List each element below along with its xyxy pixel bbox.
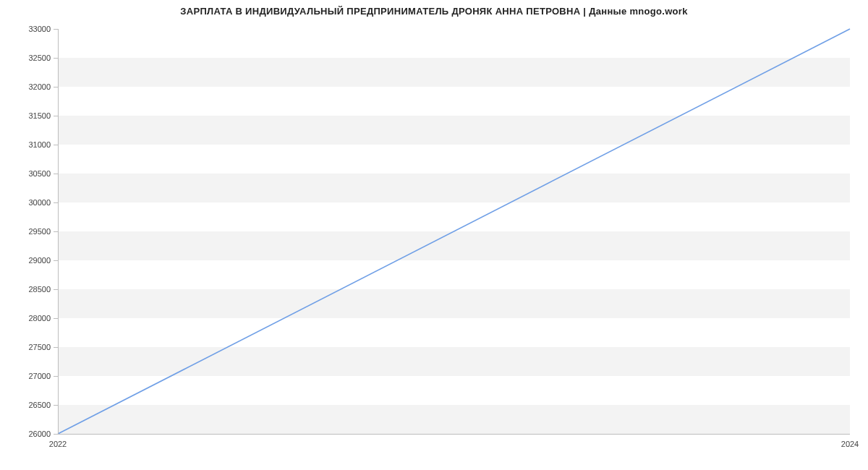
line-chart: ЗАРПЛАТА В ИНДИВИДУАЛЬНЫЙ ПРЕДПРИНИМАТЕЛ… [0, 0, 868, 470]
data-line [58, 29, 850, 434]
y-tick-label: 32000 [28, 82, 51, 91]
x-tick-label: 2024 [841, 440, 859, 448]
y-tick-label: 32500 [28, 54, 51, 62]
y-tick-label: 26500 [28, 401, 51, 409]
y-tick-label: 28000 [28, 314, 51, 322]
y-tick [54, 260, 58, 261]
y-tick [54, 318, 58, 319]
y-tick [54, 58, 58, 59]
x-tick-label: 2022 [49, 440, 67, 448]
y-tick-label: 26000 [28, 430, 51, 438]
y-tick [54, 174, 58, 174]
y-tick-label: 31500 [28, 111, 51, 120]
y-tick-label: 33000 [28, 25, 51, 33]
plot-area: 2600026500270002750028000285002900029500… [58, 29, 850, 434]
y-tick [54, 145, 58, 145]
x-axis [58, 434, 850, 435]
y-tick [54, 289, 58, 290]
y-tick-label: 30500 [28, 169, 51, 178]
y-tick [54, 434, 58, 435]
y-tick-label: 27500 [28, 343, 51, 351]
y-tick-label: 29000 [28, 256, 51, 265]
chart-title: ЗАРПЛАТА В ИНДИВИДУАЛЬНЫЙ ПРЕДПРИНИМАТЕЛ… [0, 6, 868, 17]
y-tick [54, 87, 58, 87]
y-tick [54, 231, 58, 232]
y-tick [54, 29, 58, 30]
y-tick-label: 30000 [28, 198, 51, 207]
y-tick [54, 405, 58, 406]
y-tick [54, 347, 58, 348]
y-tick-label: 31000 [28, 140, 51, 149]
y-tick-label: 29500 [28, 227, 51, 236]
y-tick [54, 116, 58, 116]
y-tick [54, 376, 58, 377]
y-tick-label: 27000 [28, 372, 51, 380]
y-axis [58, 29, 59, 434]
y-tick-label: 28500 [28, 285, 51, 294]
y-tick [54, 202, 58, 203]
